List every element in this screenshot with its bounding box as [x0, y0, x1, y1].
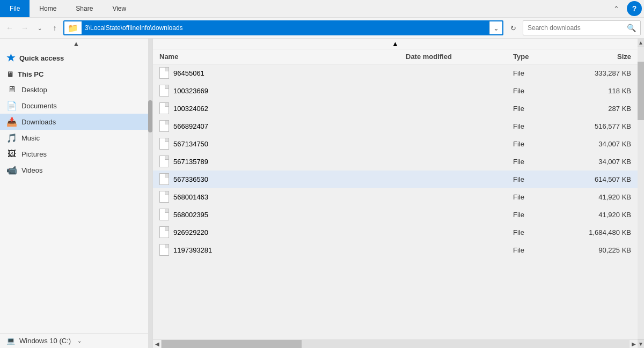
ribbon-collapse-chevron[interactable]: ⌃ — [608, 0, 625, 17]
windows-drive-icon: 💻 — [6, 337, 15, 345]
scroll-right-button[interactable]: ▶ — [629, 340, 638, 349]
sidebar-item-documents[interactable]: 📄 Documents — [0, 98, 152, 114]
nav-recent-button[interactable]: ⌄ — [33, 21, 46, 34]
table-row[interactable]: 96455061 File 333,287 KB — [153, 64, 638, 82]
sidebar-item-pictures[interactable]: 🖼 Pictures — [0, 146, 152, 162]
file-size: 614,507 KB — [567, 175, 631, 183]
scroll-track-horizontal[interactable] — [162, 340, 629, 348]
table-row[interactable]: 926929220 File 1,684,480 KB — [153, 224, 638, 241]
help-button[interactable]: ? — [627, 1, 642, 16]
sidebar-scroll-up[interactable]: ▲ — [0, 39, 152, 49]
file-name: 568002395 — [173, 211, 208, 219]
file-type: File — [513, 158, 567, 166]
this-pc-label: This PC — [18, 70, 43, 78]
sidebar-item-downloads[interactable]: 📥 Downloads — [0, 114, 152, 130]
table-row[interactable]: 566892407 File 516,577 KB — [153, 117, 638, 135]
file-name: 926929220 — [173, 228, 208, 236]
sidebar-quick-access[interactable]: ★ Quick access — [0, 49, 152, 67]
search-bar[interactable]: 🔍 — [523, 20, 641, 35]
downloads-icon: 📥 — [6, 116, 17, 127]
file-table-header: Name Date modified Type Size — [153, 49, 638, 64]
file-size: 90,225 KB — [567, 246, 631, 254]
sidebar-label-music: Music — [21, 134, 40, 142]
file-name: 568001463 — [173, 193, 208, 201]
tab-home[interactable]: Home — [30, 0, 66, 17]
address-dropdown-button[interactable]: ⌄ — [489, 21, 502, 34]
nav-forward-button[interactable]: → — [18, 21, 31, 34]
table-row[interactable]: 100324062 File 287 KB — [153, 100, 638, 117]
file-type: File — [513, 193, 567, 201]
pictures-icon: 🖼 — [6, 149, 17, 159]
file-name-cell: 100324062 — [159, 102, 406, 114]
file-type: File — [513, 175, 567, 183]
column-header-size[interactable]: Size — [567, 53, 631, 61]
scroll-left-button[interactable]: ◀ — [153, 340, 162, 349]
tab-file[interactable]: File — [0, 0, 30, 17]
file-icon — [159, 67, 169, 79]
scroll-up-button[interactable]: ▲ — [638, 39, 644, 47]
search-input[interactable] — [528, 24, 624, 32]
sidebar-label-videos: Videos — [21, 166, 43, 174]
column-header-type[interactable]: Type — [513, 53, 567, 61]
file-icon — [159, 191, 169, 203]
table-row[interactable]: 567336530 File 614,507 KB — [153, 171, 638, 188]
tab-view[interactable]: View — [103, 0, 136, 17]
file-icon — [159, 209, 169, 220]
search-icon: 🔍 — [627, 24, 636, 32]
sidebar: ▲ ★ Quick access 🖥 This PC 🖥 Desktop 📄 D… — [0, 39, 153, 348]
table-row[interactable]: 567134750 File 34,007 KB — [153, 135, 638, 153]
scroll-down-button[interactable]: ▼ — [638, 339, 644, 348]
sidebar-scrollbar[interactable] — [148, 39, 152, 348]
sidebar-label-pictures: Pictures — [21, 150, 47, 158]
file-size: 41,920 KB — [567, 211, 631, 219]
file-area: ▲ Name Date modified Type Size 96455061 … — [153, 39, 638, 348]
file-list-scroll-up[interactable]: ▲ — [153, 39, 638, 49]
right-scrollbar[interactable]: ▲ ▼ — [638, 39, 644, 348]
file-name: 100323669 — [173, 87, 208, 95]
sidebar-item-videos[interactable]: 📹 Videos — [0, 162, 152, 178]
file-type: File — [513, 228, 567, 236]
column-header-date[interactable]: Date modified — [406, 53, 513, 61]
table-row[interactable]: 568001463 File 41,920 KB — [153, 188, 638, 206]
scroll-track-vertical[interactable] — [638, 47, 644, 339]
file-type: File — [513, 140, 567, 148]
tab-share[interactable]: Share — [66, 0, 103, 17]
sidebar-scrollbar-thumb[interactable] — [148, 100, 152, 132]
file-size: 516,577 KB — [567, 122, 631, 130]
quick-access-star-icon: ★ — [6, 52, 15, 64]
table-row[interactable]: 567135789 File 34,007 KB — [153, 153, 638, 171]
file-type: File — [513, 211, 567, 219]
scroll-thumb-horizontal[interactable] — [162, 340, 302, 348]
table-row[interactable]: 1197393281 File 90,225 KB — [153, 241, 638, 259]
file-name: 96455061 — [173, 69, 204, 77]
sidebar-bottom: 💻 Windows 10 (C:) ⌄ — [0, 333, 152, 348]
refresh-button[interactable]: ↻ — [506, 20, 521, 35]
music-icon: 🎵 — [6, 132, 17, 143]
sidebar-item-music[interactable]: 🎵 Music — [0, 130, 152, 146]
sidebar-windows-drive[interactable]: 💻 Windows 10 (C:) ⌄ — [0, 334, 152, 348]
sidebar-this-pc[interactable]: 🖥 This PC — [0, 67, 152, 82]
table-row[interactable]: 100323669 File 118 KB — [153, 82, 638, 100]
file-table: Name Date modified Type Size 96455061 Fi… — [153, 49, 638, 339]
videos-icon: 📹 — [6, 165, 17, 175]
file-size: 34,007 KB — [567, 158, 631, 166]
sidebar-label-desktop: Desktop — [21, 86, 47, 94]
documents-icon: 📄 — [6, 100, 17, 111]
sidebar-label-downloads: Downloads — [21, 118, 56, 126]
sidebar-item-desktop[interactable]: 🖥 Desktop — [0, 82, 152, 98]
address-path[interactable]: 3\LocalState\offlineInfo\downloads — [82, 21, 489, 34]
file-icon — [159, 120, 169, 132]
sidebar-label-documents: Documents — [21, 102, 57, 110]
file-icon — [159, 138, 169, 150]
windows-drive-dropdown[interactable]: ⌄ — [77, 338, 82, 344]
file-type: File — [513, 122, 567, 130]
nav-back-button[interactable]: ← — [3, 21, 16, 34]
table-row[interactable]: 568002395 File 41,920 KB — [153, 206, 638, 224]
address-bar[interactable]: 📁 3\LocalState\offlineInfo\downloads ⌄ — [63, 20, 503, 35]
scroll-thumb-vertical[interactable] — [638, 62, 644, 120]
nav-up-button[interactable]: ↑ — [48, 21, 61, 34]
file-name-cell: 96455061 — [159, 67, 406, 79]
bottom-scrollbar[interactable]: ◀ ▶ — [153, 339, 638, 348]
column-header-name[interactable]: Name — [159, 53, 406, 61]
file-name-cell: 1197393281 — [159, 244, 406, 256]
